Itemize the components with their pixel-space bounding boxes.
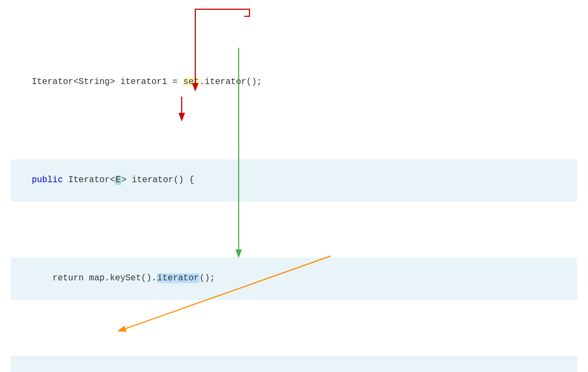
code-line-4: } — [11, 356, 577, 372]
code-line-1: Iterator<String> iterator1 = set.iterato… — [11, 61, 577, 104]
code-line-3: return map.keySet().iterator(); — [11, 258, 577, 300]
code-viewer: Iterator<String> iterator1 = set.iterato… — [11, 5, 577, 372]
code-line-2: public Iterator<E> iterator() { — [11, 159, 577, 202]
